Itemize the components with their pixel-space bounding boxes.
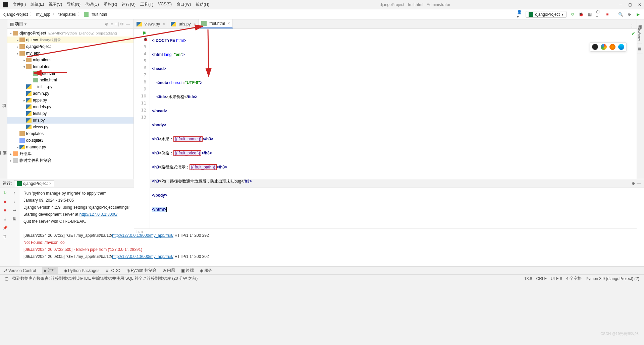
bc-p0[interactable]: djangoProject [3,12,28,17]
hide-icon[interactable]: — [636,181,641,186]
up-icon[interactable]: ↑ [11,189,18,197]
status-enc[interactable]: UTF-8 [551,276,562,281]
tree-views-py[interactable]: views.py [33,125,48,129]
stop-all-icon[interactable]: ■ [1,207,9,214]
run-marker-icon[interactable]: ▶ [143,30,147,35]
sidebar-tab-project[interactable]: 项目 [1,22,7,179]
rerun-icon[interactable]: ↻ [570,12,575,17]
bc-p1[interactable]: my_app [36,12,50,17]
pin-icon[interactable]: 📌 [1,224,9,231]
status-pos[interactable]: 13:8 [524,276,532,281]
request-url-link[interactable]: http://127.0.0.1:8000/my_app/fruit/ [112,254,173,259]
chevron-down-icon[interactable]: ▾ [24,22,26,26]
menu-run[interactable]: 运行(U) [120,1,137,8]
bt-problems[interactable]: ⊘ 问题 [163,268,175,273]
sidebar-tab-unknown[interactable]: ▦ [637,44,643,54]
code-area[interactable]: ▶ 🐞 1 2 3 4 5 6 7 8 9 10 11 12 13 <!DOCT… [134,29,637,228]
menu-edit[interactable]: 编辑(E) [29,1,45,8]
tree-djangoproject[interactable]: djangoProject [26,44,51,49]
menu-help[interactable]: 帮助(H) [194,1,211,8]
server-url-link[interactable]: http://127.0.0.1:8000/ [79,212,117,217]
hide-icon[interactable]: — [126,22,130,26]
menu-refactor[interactable]: 重构(R) [102,1,119,8]
wrap-icon[interactable]: ⇥ [11,207,18,214]
gear-icon[interactable]: ⚙ [120,22,124,26]
close-icon[interactable]: × [163,22,165,26]
tree-urls-py[interactable]: urls.py [33,118,45,123]
bt-version-control[interactable]: ⎇ Version Control [3,268,36,273]
tree-ext-lib[interactable]: 外部库 [19,151,32,157]
settings-icon[interactable]: ⚙ [627,12,632,17]
tree-my-app[interactable]: my_app [26,51,41,56]
pycharm-icon[interactable] [592,44,598,50]
status-msg[interactable]: 找到数据库连接形参: 连接到数据库以在 IDE 中编辑数据并使用 SQL 补全 … [12,276,198,281]
tree-fruit-html[interactable]: fruit.html [40,71,55,76]
tree-tests-py[interactable]: tests.py [33,111,47,116]
bt-services[interactable]: ◉ 服务 [200,268,212,273]
search-icon[interactable]: 🔍 [618,12,623,17]
menu-view[interactable]: 视图(V) [47,1,63,8]
menu-nav[interactable]: 导航(N) [65,1,82,8]
coverage-icon[interactable]: ▦ [587,12,593,17]
print-icon[interactable]: 🖶 [11,215,18,223]
bt-python-packages[interactable]: ◆ Python Packages [64,268,99,273]
close-icon[interactable]: × [49,181,51,186]
tree-apps-py[interactable]: apps.py [33,98,47,102]
tab-fruit-html[interactable]: fruit.html× [199,19,233,28]
stop-icon[interactable]: ■ [605,12,610,17]
menu-window[interactable]: 窗口(W) [175,1,192,8]
close-icon[interactable]: × [193,22,196,26]
sidebar-tab-structure[interactable]: 结构 [0,147,2,151]
tree-manage-py[interactable]: manage.py [26,145,46,149]
tree-scratch[interactable]: 临时文件和控制台 [19,158,52,163]
tree-init-py[interactable]: __init__.py [33,84,52,89]
menu-file[interactable]: 文件(F) [11,1,27,8]
bt-todo[interactable]: ≡ TODO [105,268,120,273]
scroll-icon[interactable]: ⤓ [1,215,9,223]
stop-icon[interactable]: ■ [1,198,9,205]
status-icon[interactable]: ▢ [5,276,8,281]
bt-terminal[interactable]: ▣ 终端 [181,268,194,273]
inspection-ok-icon[interactable]: ✔ [631,31,635,36]
user-icon[interactable]: 👤▾ [517,12,522,17]
tree-admin-py[interactable]: admin.py [33,91,49,96]
close-icon[interactable]: ✕ [638,2,641,7]
bc-p3[interactable]: fruit.html [92,12,107,17]
tab-views-py[interactable]: views.py× [134,19,168,28]
tree-root[interactable]: djangoProject [19,31,46,36]
profile-icon[interactable]: ⏱▾ [596,12,601,17]
minimize-icon[interactable]: ─ [619,2,622,7]
expand-icon[interactable]: ≡ [110,22,113,26]
menu-code[interactable]: 代码(C) [84,1,100,8]
trash-icon[interactable]: 🗑 [1,233,9,240]
run-icon[interactable]: ▶ [635,12,641,17]
maximize-icon[interactable]: ▢ [628,2,632,7]
tree-db[interactable]: db.sqlite3 [26,138,43,143]
status-eol[interactable]: CRLF [536,276,547,281]
sidebar-tab-database[interactable]: 数据库 [637,19,643,25]
collapse-icon[interactable]: ÷ [115,22,117,26]
rerun-icon[interactable]: ↻ [1,189,9,197]
request-url-link[interactable]: http://127.0.0.1:8000/my_app/fruit/ [112,233,173,238]
menu-vcs[interactable]: VCS(S) [157,1,173,8]
chrome-icon[interactable] [601,44,607,50]
tree-templates[interactable]: templates [33,64,50,69]
run-tab[interactable]: djangoProject× [14,180,54,187]
tree-migrations[interactable]: migrations [33,58,51,62]
edge-icon[interactable] [618,44,624,50]
tree-hello-html[interactable]: hello.html [40,78,57,82]
locate-icon[interactable]: ⊕ [105,22,108,26]
status-interpreter[interactable]: Python 3.9 (djangoProject) (2) [586,276,639,281]
bc-p2[interactable]: templates [58,12,76,17]
down-icon[interactable]: ↓ [11,198,18,205]
status-indent[interactable]: 4 个空格 [566,276,582,281]
bug-marker-icon[interactable]: 🐞 [143,37,148,42]
tab-urls-py[interactable]: urls.py× [168,19,199,28]
tree-templates2[interactable]: templates [26,131,44,136]
firefox-icon[interactable] [609,44,615,50]
tree-dj-env[interactable]: dj_env [26,38,38,42]
run-config-selector[interactable]: djangoProject ▾ [526,11,566,18]
menu-tools[interactable]: 工具(T) [139,1,155,8]
debug-icon[interactable]: 🐞 [579,12,584,17]
close-icon[interactable]: × [227,21,230,26]
